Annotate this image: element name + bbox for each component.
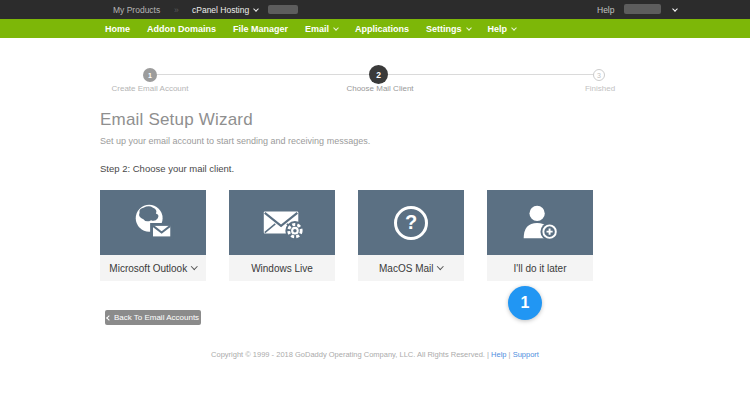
nav-label: Email xyxy=(305,24,329,34)
card-label-bar: MacOS Mail xyxy=(358,255,464,281)
redacted-account-name xyxy=(624,4,661,14)
nav-label: File Manager xyxy=(233,24,288,34)
card-icon-area xyxy=(487,190,593,255)
step-label-choose-mail-client: Choose Mail Client xyxy=(318,84,442,93)
nav-label: Settings xyxy=(426,24,462,34)
account-menu-dropdown[interactable] xyxy=(668,0,677,19)
outlook-globe-envelope-icon xyxy=(130,200,176,246)
cpanel-hosting-dropdown[interactable]: cPanel Hosting xyxy=(192,0,258,19)
question-mark: ? xyxy=(405,211,417,234)
chevron-down-icon xyxy=(191,263,197,269)
person-plus-icon xyxy=(517,200,563,246)
footer-separator: | xyxy=(487,350,489,359)
chevron-down-icon xyxy=(466,25,472,31)
client-name: I'll do it later xyxy=(513,263,566,274)
client-name: MacOS Mail xyxy=(379,263,433,274)
topbar-help-link[interactable]: Help xyxy=(597,0,614,19)
cpanel-email-wizard-page: My Products » cPanel Hosting Help Home A… xyxy=(0,0,750,400)
footer-help-link[interactable]: Help xyxy=(491,350,506,359)
nav-item-file-manager[interactable]: File Manager xyxy=(233,24,288,34)
chevron-down-icon xyxy=(333,25,339,31)
step-label-finished: Finished xyxy=(558,84,642,93)
client-card-macos-mail[interactable]: ? MacOS Mail xyxy=(358,190,464,281)
nav-item-email[interactable]: Email xyxy=(305,24,338,34)
my-products-link[interactable]: My Products xyxy=(113,0,160,19)
chevron-down-icon xyxy=(253,6,259,12)
page-title: Email Setup Wizard xyxy=(100,110,253,130)
chevron-down-icon xyxy=(511,25,517,31)
redacted-domain-text xyxy=(268,5,298,14)
card-label-bar: I'll do it later xyxy=(487,255,593,281)
footer-separator: | xyxy=(509,350,511,359)
step-instruction: Step 2: Choose your mail client. xyxy=(100,163,234,174)
chevron-down-icon xyxy=(672,6,678,12)
nav-item-addon-domains[interactable]: Addon Domains xyxy=(147,24,216,34)
cpanel-hosting-label: cPanel Hosting xyxy=(192,5,249,15)
nav-label: Applications xyxy=(355,24,409,34)
nav-item-help[interactable]: Help xyxy=(488,24,517,34)
nav-item-settings[interactable]: Settings xyxy=(426,24,471,34)
client-name: Microsoft Outlook xyxy=(109,263,187,274)
footer-support-link[interactable]: Support xyxy=(513,350,539,359)
back-to-email-accounts-button[interactable]: Back To Email Accounts xyxy=(105,310,201,325)
client-card-microsoft-outlook[interactable]: Microsoft Outlook xyxy=(100,190,206,281)
nav-label: Home xyxy=(105,24,130,34)
chevron-left-icon xyxy=(106,315,112,321)
nav-label: Help xyxy=(488,24,508,34)
step-circle-finished: 3 xyxy=(593,69,605,81)
step-circle-create-account: 1 xyxy=(143,68,157,82)
copyright-text: Copyright © 1999 - 2018 GoDaddy Operatin… xyxy=(211,350,485,359)
back-button-label: Back To Email Accounts xyxy=(114,313,199,322)
client-card-ill-do-it-later[interactable]: I'll do it later xyxy=(487,190,593,281)
nav-item-home[interactable]: Home xyxy=(105,24,130,34)
step-label-create-account: Create Email Account xyxy=(90,84,210,93)
nav-label: Addon Domains xyxy=(147,24,216,34)
client-card-windows-live[interactable]: Windows Live xyxy=(229,190,335,281)
step-circle-choose-mail-client: 2 xyxy=(369,65,388,84)
breadcrumb-separator: » xyxy=(174,0,178,19)
envelope-gear-icon xyxy=(259,200,305,246)
question-circle-icon: ? xyxy=(394,206,428,240)
client-name: Windows Live xyxy=(251,263,313,274)
footer: Copyright © 1999 - 2018 GoDaddy Operatin… xyxy=(0,350,750,359)
card-label-bar: Windows Live xyxy=(229,255,335,281)
page-subtitle: Set up your email account to start sendi… xyxy=(100,136,370,146)
card-icon-area xyxy=(100,190,206,255)
main-navbar: Home Addon Domains File Manager Email Ap… xyxy=(0,19,750,38)
card-icon-area xyxy=(229,190,335,255)
nav-item-applications[interactable]: Applications xyxy=(355,24,409,34)
account-topbar: My Products » cPanel Hosting Help xyxy=(0,0,750,19)
card-label-bar: Microsoft Outlook xyxy=(100,255,206,281)
annotation-badge-1: 1 xyxy=(508,286,542,320)
card-icon-area: ? xyxy=(358,190,464,255)
chevron-down-icon xyxy=(438,263,444,269)
